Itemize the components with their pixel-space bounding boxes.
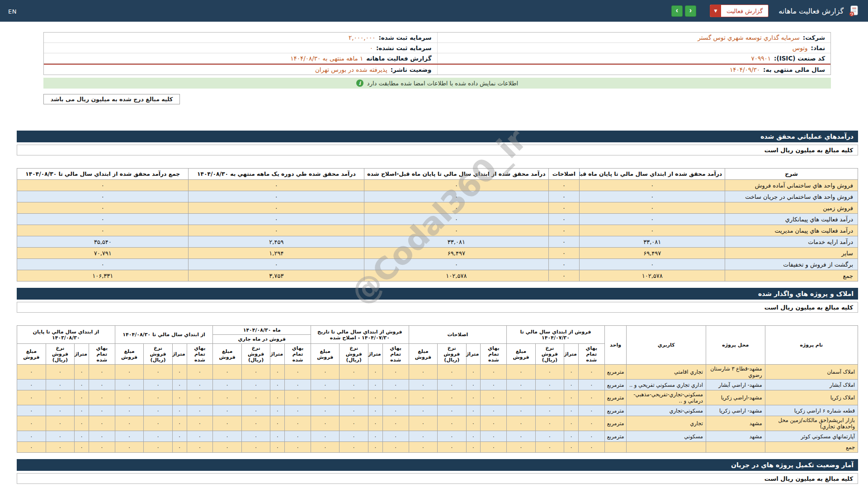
- cell-value: ۰: [75, 390, 89, 405]
- table-row: درآمد فعالیت هاي پیمان مدیریت۰۰۰۰۰: [17, 225, 858, 236]
- table-row: برگشت از فروش و تخفیفات۰۰۰۰۰: [17, 259, 858, 270]
- cell-value: ۰: [17, 390, 46, 405]
- project-name: آپارتمانهاي مسکوني کوثر: [765, 431, 858, 442]
- project-name: املاک آبشار: [765, 380, 858, 390]
- section-header-projects-completion: آمار وضعیت تکمیل پروژه هاي در جریان: [17, 459, 858, 471]
- cell-value: ۰: [241, 405, 270, 416]
- section-header-transferred-properties: املاک و پروژه هاي واگذار شده: [17, 288, 858, 300]
- cell-value: ۰: [382, 442, 409, 453]
- cell-value: ۰: [285, 416, 311, 431]
- cell-value: ۰: [189, 202, 364, 214]
- info-icon: i: [356, 80, 363, 87]
- cell-value: ۰: [17, 442, 46, 453]
- field-label: نماد:: [811, 44, 825, 52]
- cell-value: ۰: [172, 431, 187, 442]
- cell-value: ۰: [535, 380, 564, 390]
- cell-value: ۰: [368, 405, 382, 416]
- cell-value: ۰: [75, 405, 89, 416]
- row-label: برگشت از فروش و تخفیفات: [725, 259, 858, 270]
- column-subheader: نرخ فروش (ریال): [340, 344, 368, 365]
- row-label: سایر: [725, 248, 858, 259]
- cell-value: ۰: [481, 442, 507, 453]
- table-row: سایر۶۹,۴۹۷۰۶۹,۴۹۷۱,۲۹۴۷۰,۷۹۱: [17, 248, 858, 259]
- cell-value: ۰: [46, 380, 74, 390]
- cell-value: ۰: [213, 380, 241, 390]
- cell-value: ۰: [241, 442, 270, 453]
- cell-value: ۱,۲۹۴: [189, 248, 364, 259]
- cell-value: ۰: [46, 416, 74, 431]
- cell-value: ۰: [75, 365, 89, 380]
- company-info-box: شرکت: سرمایه گذاري توسعه شهري توس گستر س…: [43, 32, 831, 75]
- cell-value: ۰: [564, 431, 579, 442]
- cell-value: ۰: [17, 214, 189, 225]
- cell-value: ۰: [364, 214, 548, 225]
- cell-value: ۰: [17, 259, 189, 270]
- cell-value: ۰: [535, 431, 564, 442]
- next-report-button[interactable]: ›: [685, 5, 696, 17]
- cell-value: ۰: [270, 380, 285, 390]
- cell-value: ۰: [578, 405, 604, 416]
- cell-value: ۰: [340, 431, 368, 442]
- report-document-icon[interactable]: [848, 5, 860, 17]
- cell-value: ۰: [535, 390, 564, 405]
- cell-value: ۰: [564, 442, 579, 453]
- cell-value: ۰: [115, 442, 143, 453]
- cell-value: ۰: [564, 390, 579, 405]
- cell-value: ۰: [213, 442, 241, 453]
- cell-value: ۰: [409, 405, 437, 416]
- cell-value: ۰: [285, 380, 311, 390]
- company-field: سرمایه ثبت نشده: ۰: [44, 43, 438, 53]
- column-subheader: نرخ فروش (ریال): [438, 344, 466, 365]
- cell-value: ۰: [548, 236, 580, 248]
- cell-value: ۰: [548, 191, 580, 202]
- previous-report-button[interactable]: ‹: [671, 5, 683, 17]
- cell-value: ۰: [548, 202, 580, 214]
- cell-value: ۰: [466, 431, 481, 442]
- company-field: سال مالی منتهی به: ۱۴۰۴/۰۹/۳۰: [438, 65, 831, 75]
- cell-value: ۰: [548, 259, 580, 270]
- report-type-dropdown[interactable]: گزارش فعالیت ▼: [710, 5, 769, 17]
- row-label: درآمد ارایه خدمات: [725, 236, 858, 248]
- company-info-row: سال مالی منتهی به: ۱۴۰۴/۰۹/۳۰ وضعیت ناشر…: [44, 64, 830, 75]
- cell-value: ۰: [213, 431, 241, 442]
- cell-value: ۰: [368, 380, 382, 390]
- column-header: جمع درآمد محقق شده از ابتداي سال مالي تا…: [17, 169, 189, 180]
- amounts-unit-note: کلیه مبالغ درج شده به میلیون ریال می باش…: [43, 94, 180, 104]
- column-subheader: مبلغ فروش: [507, 344, 535, 365]
- company-info-row: کد صنعت (ISIC): ۷۰۹۹۰۱ گزارش فعالیت ماها…: [44, 53, 830, 64]
- cell-value: ۳۳,۰۸۱: [580, 236, 725, 248]
- table-row: املاک آبشارمشهد- اراضي آبشاراداري تجاري …: [17, 380, 858, 390]
- cell-value: ۰: [578, 380, 604, 390]
- section-header-operating-revenues: درآمدهاي عملياتي محقق شده: [17, 131, 858, 142]
- cell-value: ۰: [364, 202, 548, 214]
- field-label: گزارش فعالیت ماهانه: [366, 55, 431, 62]
- cell-value: ۰: [466, 416, 481, 431]
- project-location: [706, 442, 765, 453]
- cell-value: ۰: [382, 365, 409, 380]
- field-label: سرمایه ثبت نشده:: [376, 44, 432, 52]
- cell-value: ۰: [535, 405, 564, 416]
- cell-value: ۰: [507, 405, 535, 416]
- field-value: ۲,۰۰۰,۰۰۰: [349, 34, 375, 41]
- cell-value: ۰: [311, 431, 339, 442]
- cell-value: ۰: [481, 380, 507, 390]
- cell-value: ۰: [172, 380, 187, 390]
- column-header: اصلاحات: [548, 169, 580, 180]
- cell-value: ۰: [241, 380, 270, 390]
- field-value: سرمایه گذاري توسعه شهري توس گستر: [698, 34, 799, 41]
- project-name: املاک آسمان: [765, 365, 858, 380]
- project-usage: اداري تجاري مسکوني تفریحي و ..: [627, 380, 706, 390]
- column-header: درآمد محقق شده از ابتداي سال مالي تا پای…: [580, 169, 725, 180]
- column-header: واحد: [604, 326, 627, 365]
- cell-value: ۰: [466, 442, 481, 453]
- column-subheader: متراژ: [75, 344, 89, 365]
- cell-value: ۰: [172, 365, 187, 380]
- cell-value: ۰: [535, 365, 564, 380]
- language-toggle[interactable]: EN: [8, 8, 17, 15]
- cell-value: ۰: [89, 442, 115, 453]
- column-subheader: متراژ: [466, 344, 481, 365]
- cell-value: ۰: [409, 431, 437, 442]
- cell-value: ۰: [189, 180, 364, 191]
- column-subheader: بهاي تمام شده: [285, 344, 311, 365]
- field-value: ۱۴۰۴/۰۹/۳۰: [730, 66, 760, 73]
